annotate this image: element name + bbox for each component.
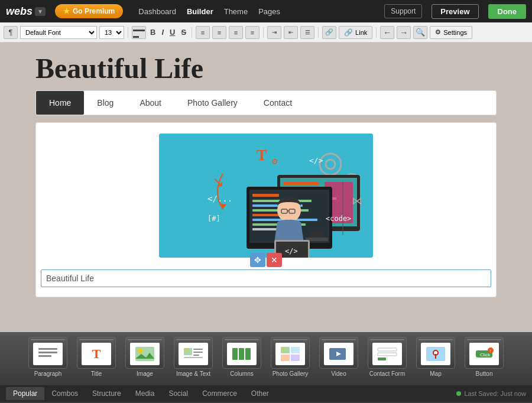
preview-button[interactable]: Preview — [432, 4, 478, 19]
separator-3 — [263, 27, 264, 38]
editor-area: Beautiful Life Home Blog About Photo Gal… — [0, 43, 532, 332]
site-title-input[interactable] — [41, 269, 491, 287]
nav-theme[interactable]: Theme — [224, 7, 248, 16]
align-left-btn[interactable]: ≡ — [196, 26, 210, 39]
hero-image[interactable]: T </... </> ↘ — [159, 134, 373, 258]
redo-button[interactable]: → — [397, 26, 411, 39]
svg-rect-60 — [239, 348, 244, 360]
columns-tool-icon — [222, 337, 261, 369]
contact-form-svg — [377, 346, 398, 362]
paragraph-svg — [37, 346, 59, 362]
tool-map[interactable]: Map — [413, 337, 458, 377]
button-tool-icon: Click ↑ — [465, 337, 504, 369]
tool-title[interactable]: T Title — [74, 337, 119, 377]
svg-rect-61 — [245, 348, 251, 360]
photo-gallery-svg — [280, 346, 301, 362]
italic-button[interactable]: I — [160, 26, 166, 39]
cat-social[interactable]: Social — [161, 387, 195, 400]
align-right-btn[interactable]: ≡ — [229, 26, 243, 39]
top-navbar: webs ▼ ★ Go Premium Dashboard Builder Th… — [0, 0, 532, 22]
svg-rect-62 — [281, 347, 290, 353]
title-tool-icon: T — [77, 337, 116, 369]
paragraph-icon-btn[interactable]: ¶ — [4, 26, 18, 39]
svg-rect-71 — [378, 358, 386, 360]
go-premium-button[interactable]: ★ Go Premium — [55, 4, 123, 18]
content-area: T </... </> ↘ — [35, 122, 497, 297]
video-tool-label: Video — [331, 370, 346, 377]
image-text-svg — [183, 346, 204, 362]
move-image-button[interactable]: ✥ — [250, 253, 265, 267]
map-tool-icon — [416, 337, 455, 369]
formatting-toolbar: ¶ Default Font 13 ▬▬▬ B I U S ≡ ≡ ≡ ≡ ⇥ … — [0, 22, 532, 43]
tool-photo-gallery[interactable]: Photo Gallery — [268, 337, 313, 377]
nav-bar: Home Blog About Photo Gallery Contact — [36, 91, 496, 115]
cat-commerce[interactable]: Commerce — [195, 387, 244, 400]
search-button[interactable]: 🔍 — [413, 26, 427, 39]
svg-rect-66 — [291, 355, 300, 361]
svg-rect-49 — [38, 352, 57, 353]
map-tool-label: Map — [430, 370, 441, 377]
image-text-tool-icon — [174, 337, 213, 369]
columns-tool-inner — [227, 343, 257, 365]
nav-pages[interactable]: Pages — [258, 7, 280, 16]
align-center-btn[interactable]: ≡ — [212, 26, 226, 39]
tools-row: Paragraph T Title Ima — [25, 337, 507, 377]
nav-home[interactable]: Home — [36, 91, 84, 115]
strikethrough-button[interactable]: S — [179, 26, 188, 39]
last-saved-indicator: Last Saved: Just now — [456, 390, 526, 397]
svg-rect-12 — [283, 182, 319, 186]
nav-dashboard[interactable]: Dashboard — [138, 7, 176, 16]
indent-btn[interactable]: ⇥ — [267, 26, 281, 39]
svg-rect-69 — [378, 348, 397, 351]
tool-paragraph[interactable]: Paragraph — [25, 337, 70, 377]
tool-columns[interactable]: Columns — [219, 337, 264, 377]
cat-media[interactable]: Media — [128, 387, 162, 400]
video-tool-inner — [324, 343, 353, 365]
nav-builder[interactable]: Builder — [187, 7, 213, 16]
contact-form-tool-inner — [372, 343, 402, 365]
remove-image-button[interactable]: ✕ — [267, 253, 282, 267]
link-icon: 🔗 — [344, 28, 353, 37]
cat-other[interactable]: Other — [244, 387, 276, 400]
site-title[interactable]: Beautiful Life — [0, 43, 532, 90]
svg-rect-53 — [184, 348, 192, 355]
svg-text:T: T — [257, 147, 267, 164]
list-btn[interactable]: ☰ — [300, 26, 314, 39]
outdent-btn[interactable]: ⇤ — [284, 26, 298, 39]
link-button[interactable]: 🔗 Link — [339, 26, 372, 39]
text-left-btn[interactable]: ▬▬▬ — [132, 26, 146, 39]
svg-rect-59 — [232, 348, 238, 360]
bold-button[interactable]: B — [148, 26, 157, 39]
webs-logo: webs ▼ — [6, 5, 46, 18]
bottom-toolbar: Paragraph T Title Ima — [0, 332, 532, 385]
nav-contact[interactable]: Contact — [251, 91, 305, 115]
nav-blog[interactable]: Blog — [84, 91, 126, 115]
tool-video[interactable]: Video — [316, 337, 361, 377]
tool-image[interactable]: Image — [122, 337, 167, 377]
last-saved-text: Last Saved: Just now — [464, 390, 526, 397]
tool-image-text[interactable]: Image & Text — [171, 337, 216, 377]
logo-dropdown-arrow[interactable]: ▼ — [35, 7, 46, 16]
chain-link-icon[interactable]: 🔗 — [322, 26, 336, 39]
nav-about[interactable]: About — [126, 91, 174, 115]
font-family-select[interactable]: Default Font — [20, 26, 97, 39]
image-tool-label: Image — [137, 370, 153, 377]
cat-structure[interactable]: Structure — [85, 387, 128, 400]
align-justify-btn[interactable]: ≡ — [245, 26, 259, 39]
settings-button[interactable]: ⚙ Settings — [430, 26, 472, 39]
cat-combos[interactable]: Combos — [44, 387, 85, 400]
hero-svg: T </... </> ↘ — [159, 134, 373, 258]
map-svg — [425, 346, 446, 362]
nav-photo-gallery[interactable]: Photo Gallery — [174, 91, 251, 115]
done-button[interactable]: Done — [488, 4, 527, 19]
undo-button[interactable]: ← — [380, 26, 394, 39]
underline-button[interactable]: U — [168, 26, 177, 39]
hero-container: T </... </> ↘ — [159, 134, 373, 258]
tool-contact-form[interactable]: Contact Form — [365, 337, 410, 377]
support-button[interactable]: Support — [384, 4, 422, 18]
font-size-select[interactable]: 13 — [99, 26, 124, 39]
image-controls: ✥ ✕ — [250, 253, 282, 267]
tool-button[interactable]: Click ↑ Button — [462, 337, 507, 377]
cat-popular[interactable]: Popular — [6, 387, 44, 400]
image-text-tool-label: Image & Text — [176, 370, 210, 377]
